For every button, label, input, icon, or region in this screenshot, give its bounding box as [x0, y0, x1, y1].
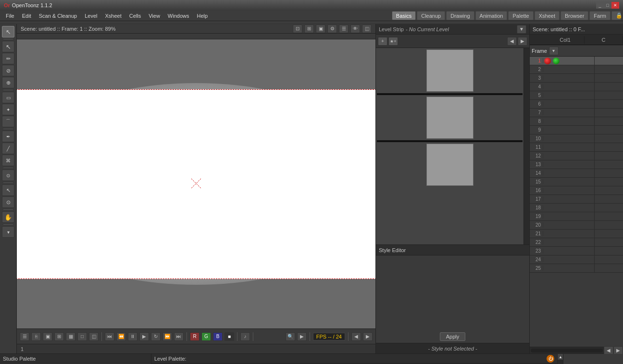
maximize-button[interactable]: □: [604, 2, 611, 9]
compare-view-icon[interactable]: ◫: [89, 332, 99, 341]
xsheet-row-9[interactable]: 9: [530, 126, 623, 134]
frame-dropdown[interactable]: ▾: [549, 47, 559, 55]
tool-eraser[interactable]: ⊘: [2, 65, 14, 76]
xsheet-row-12[interactable]: 12: [530, 152, 623, 160]
single-view-icon[interactable]: □: [77, 332, 87, 341]
grid-icon[interactable]: ⊞: [304, 24, 314, 33]
tool-arrow[interactable]: ↖: [2, 26, 14, 37]
ls-add-icon[interactable]: +: [378, 37, 387, 46]
tool-eyedrop[interactable]: ⊙: [2, 170, 14, 181]
xsheet-row-11[interactable]: 11: [530, 143, 623, 152]
xsheet-row-8[interactable]: 8: [530, 117, 623, 126]
ws-browser[interactable]: Browser: [561, 11, 588, 20]
xsheet-row-21[interactable]: 21: [530, 230, 623, 238]
level-strip-dropdown[interactable]: ▼: [517, 25, 526, 34]
prev-btn[interactable]: ◀: [351, 332, 361, 341]
xsheet-row-3[interactable]: 3: [530, 74, 623, 83]
minimize-button[interactable]: _: [596, 2, 604, 9]
tool-pen[interactable]: ✒: [2, 131, 14, 142]
tool-line[interactable]: ╱: [2, 143, 14, 154]
xsheet-row-20[interactable]: 20: [530, 221, 623, 230]
next-frame-btn[interactable]: ⏩: [162, 332, 172, 341]
menu-scan-cleanup[interactable]: Scan & Cleanup: [35, 12, 81, 20]
xsheet-row-13[interactable]: 13: [530, 160, 623, 169]
xsheet-row-15[interactable]: 15: [530, 178, 623, 186]
xsheet-row-24[interactable]: 24: [530, 255, 623, 264]
last-frame-btn[interactable]: ⏭: [174, 332, 184, 341]
menu-file[interactable]: File: [2, 12, 18, 20]
xsheet-row-17[interactable]: 17: [530, 195, 623, 204]
canvas-viewport[interactable]: [17, 39, 375, 328]
menu-help[interactable]: Help: [193, 12, 212, 20]
apply-button[interactable]: Apply: [440, 332, 466, 341]
menu-icon[interactable]: ☰: [20, 332, 29, 341]
grid-view-icon[interactable]: ⊞: [54, 332, 64, 341]
close-button[interactable]: ✕: [611, 2, 619, 9]
xsheet-row-18[interactable]: 18: [530, 204, 623, 212]
tool-tape[interactable]: ⌘: [2, 155, 14, 166]
palette-scrollbar[interactable]: ▲ ▼: [557, 354, 563, 364]
xsheet-row-16[interactable]: 16: [530, 186, 623, 195]
channels-icon[interactable]: ☰: [339, 24, 349, 33]
play-btn[interactable]: ▶: [139, 332, 149, 341]
ls-new-icon[interactable]: ★+: [388, 37, 398, 46]
next-btn[interactable]: ▶: [363, 332, 373, 341]
xsheet-row-1[interactable]: 1: [530, 57, 623, 65]
color-g[interactable]: G: [201, 332, 211, 341]
tool-brush[interactable]: ✏: [2, 53, 14, 64]
xsheet-row-25[interactable]: 25: [530, 264, 623, 273]
tool-hand[interactable]: ✋: [2, 211, 14, 223]
tile-view-icon[interactable]: ▦: [66, 332, 75, 341]
xsheet-row-6[interactable]: 6: [530, 100, 623, 109]
tool-bend[interactable]: ⌒: [2, 116, 14, 127]
ws-cleanup[interactable]: Cleanup: [417, 11, 445, 20]
compare-icon[interactable]: ◫: [362, 24, 372, 33]
xsheet-row-22[interactable]: 22: [530, 238, 623, 247]
menu-xsheet[interactable]: Xsheet: [101, 12, 125, 20]
xsheet-row-2[interactable]: 2: [530, 65, 623, 74]
tool-select[interactable]: ↖: [2, 41, 14, 52]
power-button[interactable]: ⏻: [547, 355, 554, 363]
first-frame-btn[interactable]: ⏮: [105, 332, 114, 341]
tool-extra[interactable]: ▾: [2, 226, 14, 238]
ls-next-icon[interactable]: ▶: [518, 37, 527, 46]
xsheet-row-10[interactable]: 10: [530, 134, 623, 143]
ws-animation[interactable]: Animation: [475, 11, 508, 20]
xsheet-row-14[interactable]: 14: [530, 169, 623, 178]
xsheet-row-7[interactable]: 7: [530, 109, 623, 117]
xsheet-row-5[interactable]: 5: [530, 91, 623, 100]
ws-drawing[interactable]: Drawing: [446, 11, 474, 20]
row-cell-2-col2[interactable]: [594, 65, 623, 73]
pause-btn[interactable]: ⏸: [128, 332, 137, 341]
xsheet-row-23[interactable]: 23: [530, 247, 623, 255]
tool-transform[interactable]: ✦: [2, 104, 14, 115]
level-strip-scrollbar[interactable]: [523, 48, 529, 244]
zoom-icon[interactable]: 🔍: [286, 332, 295, 341]
xsheet-scrollbar[interactable]: ◀ ▶: [530, 347, 623, 353]
menu-cells[interactable]: Cells: [125, 12, 145, 20]
ws-palette[interactable]: Palette: [508, 11, 533, 20]
tool-zoom-arrow[interactable]: ↖: [2, 184, 14, 196]
color-all[interactable]: ■: [224, 332, 234, 341]
ls-prev-icon[interactable]: ◀: [507, 37, 517, 46]
eye-icon[interactable]: 👁: [350, 24, 360, 33]
xsheet-scroll-right[interactable]: ▶: [613, 346, 623, 355]
xsheet-h-scroll-track[interactable]: [531, 349, 603, 352]
menu-level[interactable]: Level: [81, 12, 101, 20]
xsheet-row-19[interactable]: 19: [530, 212, 623, 221]
camera-icon[interactable]: ▣: [316, 24, 325, 33]
ws-basics[interactable]: Basics: [392, 11, 416, 20]
row-cell-1-col2[interactable]: [594, 57, 623, 65]
menu-windows[interactable]: Windows: [164, 12, 193, 20]
prev-frame-btn[interactable]: ⏪: [116, 332, 126, 341]
copy-icon[interactable]: ⎘: [31, 332, 41, 341]
preview-icon[interactable]: ▣: [43, 332, 52, 341]
music-icon[interactable]: ♪: [240, 332, 250, 341]
ws-lock[interactable]: 🔒: [611, 11, 621, 20]
settings-icon[interactable]: ⚙: [327, 24, 337, 33]
zoom-right-icon[interactable]: ▶: [297, 332, 307, 341]
color-b[interactable]: B: [213, 332, 223, 341]
menu-edit[interactable]: Edit: [18, 12, 35, 20]
menu-view[interactable]: View: [145, 12, 164, 20]
tool-fill[interactable]: ⊕: [2, 77, 14, 88]
